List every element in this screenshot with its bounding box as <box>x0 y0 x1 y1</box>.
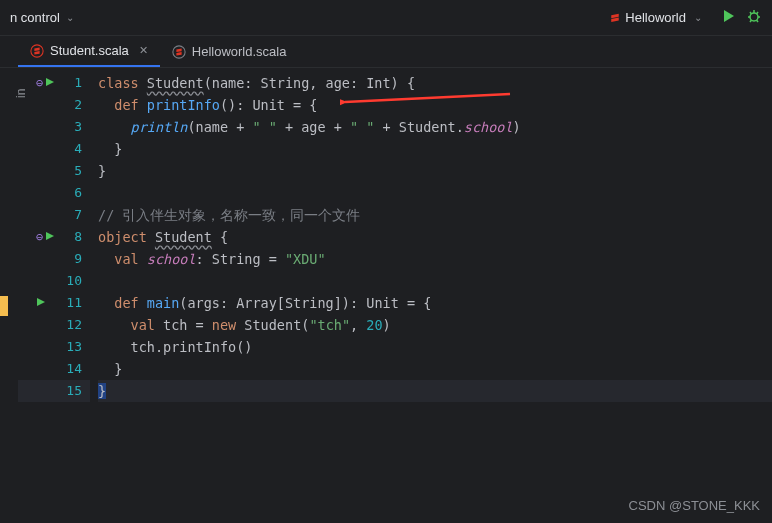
debug-button[interactable] <box>746 8 762 28</box>
chevron-down-icon: ⌄ <box>694 12 702 23</box>
impl-icon: ⊖ <box>36 226 43 248</box>
code-editor[interactable]: ⊖1 2 3 4 5 6 7 ⊖8 9 10 11 12 13 14 15 cl… <box>18 68 772 523</box>
sidebar-highlight <box>0 296 8 316</box>
tab-student-scala[interactable]: Student.scala ✕ <box>18 36 160 67</box>
scala-file-icon <box>172 45 186 59</box>
run-gutter-icon[interactable] <box>36 292 46 314</box>
svg-line-5 <box>757 12 759 14</box>
scala-file-icon <box>30 44 44 58</box>
svg-line-4 <box>750 12 752 14</box>
chevron-down-icon: ⌄ <box>66 12 74 23</box>
tab-label: Student.scala <box>50 43 129 58</box>
svg-point-9 <box>173 45 185 57</box>
gutter: ⊖1 2 3 4 5 6 7 ⊖8 9 10 11 12 13 14 15 <box>18 68 90 523</box>
close-icon[interactable]: ✕ <box>139 44 148 57</box>
tab-helloworld-scala[interactable]: Helloworld.scala <box>160 36 299 67</box>
version-control-dropdown[interactable]: n control ⌄ <box>10 10 74 25</box>
impl-icon: ⊖ <box>36 72 43 94</box>
code-area[interactable]: class Student(name: String, age: Int) { … <box>90 68 772 523</box>
run-config-dropdown[interactable]: Helloworld ⌄ <box>601 6 710 29</box>
version-control-label: n control <box>10 10 60 25</box>
tab-label: Helloworld.scala <box>192 44 287 59</box>
watermark: CSDN @STONE_KKK <box>629 498 760 513</box>
svg-line-7 <box>757 20 759 22</box>
scala-icon <box>609 13 619 23</box>
run-config-label: Helloworld <box>625 10 686 25</box>
run-button[interactable] <box>720 8 736 28</box>
svg-point-8 <box>31 44 43 56</box>
run-gutter-icon[interactable] <box>45 226 55 248</box>
run-gutter-icon[interactable] <box>45 72 55 94</box>
svg-line-6 <box>750 20 752 22</box>
